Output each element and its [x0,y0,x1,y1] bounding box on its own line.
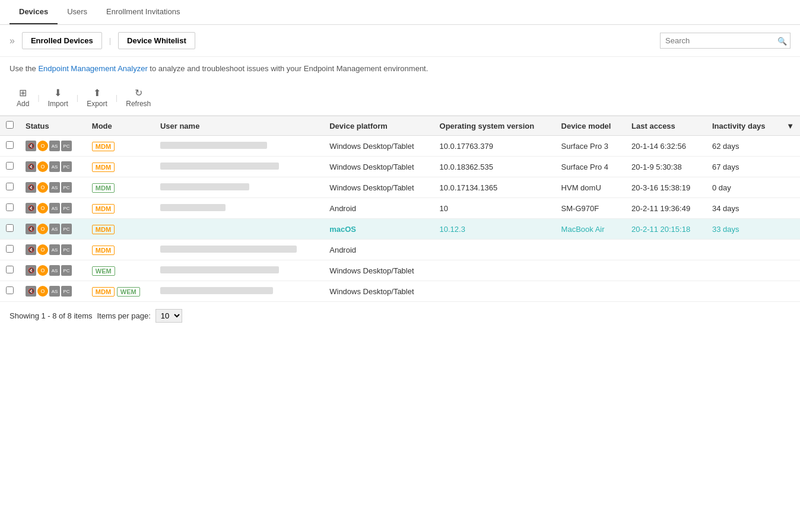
row-dropdown-cell[interactable] [780,240,800,260]
tab-users[interactable]: Users [58,0,97,24]
table-row[interactable]: 🔇 O AS PC MDMWindows Desktop/Tablet10.0.… [0,157,800,177]
row-checkbox[interactable] [6,183,14,190]
status-cell: 🔇 O AS PC [20,136,86,157]
status-icon-pc: PC [61,182,72,193]
col-dropdown[interactable]: ▼ [780,116,800,136]
col-lastaccess: Last access [626,116,706,136]
search-input[interactable] [660,33,791,49]
row-dropdown-cell[interactable] [780,219,800,240]
status-icon-as: AS [49,244,60,255]
table-row[interactable]: 🔇 O AS PC MDMAndroid [0,240,800,260]
status-icon-mute: 🔇 [26,141,36,151]
status-icon-as: AS [49,161,60,172]
status-icon-pc: PC [61,286,72,297]
table-row[interactable]: 🔇 O AS PC MDM WEMWindows Desktop/Tablet [0,281,800,302]
status-cell: 🔇 O AS PC [20,198,86,219]
platform-cell: Android [323,198,433,219]
username-cell [154,177,323,198]
toolbar-sep-1: | [37,93,39,102]
tab-devices[interactable]: Devices [9,0,58,24]
last-access-cell [626,281,706,302]
enrolled-devices-button[interactable]: Enrolled Devices [22,32,102,49]
table-row[interactable]: 🔇 O AS PC MDMAndroid10SM-G970F20-2-11 19… [0,198,800,219]
mode-badge: MDM [92,163,115,172]
analyzer-link[interactable]: Endpoint Management Analyzer [38,64,147,73]
info-text-before: Use the [9,64,38,73]
last-access-cell [626,240,706,260]
status-cell: 🔇 O AS PC [20,260,86,281]
last-access-cell: 20-1-14 6:32:56 [626,136,706,157]
status-cell: 🔇 O AS PC [20,219,86,240]
row-dropdown-cell[interactable] [780,157,800,177]
mode-badge: MDM [92,225,115,234]
row-checkbox[interactable] [6,224,14,232]
refresh-button[interactable]: ↻ Refresh [119,85,158,110]
status-icon-mute: 🔇 [26,286,36,297]
status-icon-as: AS [49,182,60,193]
row-checkbox[interactable] [6,203,14,211]
username-cell [154,157,323,177]
status-icon-o: O [37,224,48,234]
table-row[interactable]: 🔇 O AS PC MDMWindows Desktop/Tablet10.0.… [0,136,800,157]
os-cell: 10.12.3 [434,219,555,240]
device-whitelist-button[interactable]: Device Whitelist [118,32,195,49]
search-icon: 🔍 [777,36,787,45]
toolbar-sep-2: | [77,93,78,102]
last-access-cell: 20-2-11 19:36:49 [626,198,706,219]
items-per-page-label: Items per page: [97,311,150,320]
table-row[interactable]: 🔇 O AS PC WEMWindows Desktop/Tablet [0,260,800,281]
status-icon-o: O [37,244,48,255]
tab-enrollment[interactable]: Enrollment Invitations [97,0,189,24]
row-dropdown-cell[interactable] [780,260,800,281]
import-label: Import [48,100,68,108]
row-checkbox[interactable] [6,286,14,294]
add-button[interactable]: ⊞ Add [9,85,36,110]
table-row[interactable]: 🔇 O AS PC MDMmacOS10.12.3MacBook Air20-2… [0,219,800,240]
platform-cell: Windows Desktop/Tablet [323,260,433,281]
col-os: Operating system version [434,116,555,136]
last-access-cell: 20-3-16 15:38:19 [626,177,706,198]
row-dropdown-cell[interactable] [780,281,800,302]
col-inactivity: Inactivity days [706,116,780,136]
export-button[interactable]: ⬆ Export [80,85,115,110]
row-checkbox[interactable] [6,141,14,149]
inactivity-cell: 0 day [706,177,780,198]
inactivity-cell [706,281,780,302]
table-row[interactable]: 🔇 O AS PC MDMWindows Desktop/Tablet10.0.… [0,177,800,198]
separator: | [109,36,111,45]
status-icon-pc: PC [61,244,72,255]
toolbar-sep-3: | [116,93,118,102]
username-blurred [160,183,249,190]
import-icon: ⬇ [54,87,62,98]
platform-cell: Windows Desktop/Tablet [323,136,433,157]
row-checkbox[interactable] [6,162,14,170]
col-status: Status [20,116,86,136]
row-dropdown-cell[interactable] [780,198,800,219]
row-checkbox[interactable] [6,266,14,273]
per-page-select[interactable]: 10 25 50 [155,309,182,323]
username-cell [154,219,323,240]
model-cell [555,240,626,260]
refresh-label: Refresh [126,100,151,108]
row-checkbox[interactable] [6,245,14,253]
col-mode: Mode [86,116,154,136]
inactivity-cell: 34 days [706,198,780,219]
status-icon-mute: 🔇 [26,161,36,172]
row-dropdown-cell[interactable] [780,136,800,157]
status-cell: 🔇 O AS PC [20,281,86,302]
status-icon-pc: PC [61,141,72,151]
status-icon-mute: 🔇 [26,265,36,276]
model-cell: SM-G970F [555,198,626,219]
export-icon: ⬆ [93,87,101,98]
status-icon-o: O [37,203,48,214]
platform-cell: Android [323,240,433,260]
status-icon-as: AS [49,286,60,297]
username-blurred [160,266,279,273]
model-cell: Surface Pro 3 [555,136,626,157]
import-button[interactable]: ⬇ Import [41,85,75,110]
select-all-checkbox[interactable] [6,121,14,129]
platform-cell: Windows Desktop/Tablet [323,157,433,177]
os-cell [434,281,555,302]
row-dropdown-cell[interactable] [780,177,800,198]
toolbar: ⊞ Add | ⬇ Import | ⬆ Export | ↻ Refresh [0,80,800,116]
